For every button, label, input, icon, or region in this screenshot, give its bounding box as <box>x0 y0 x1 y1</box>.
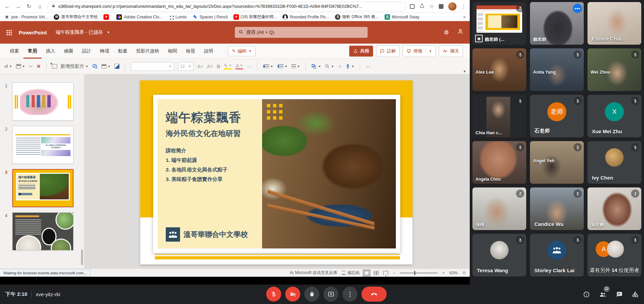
more-commands-button[interactable]: ⋯ <box>366 64 370 69</box>
bookmark-office365[interactable]: S微軟 Office 365 教... <box>335 14 379 20</box>
thumbnail-scrollbar[interactable] <box>81 249 83 265</box>
share-button[interactable]: 共用 <box>349 46 373 57</box>
participant-tile-screenshare[interactable]: ▣ 賴老師 (... <box>472 2 526 45</box>
format-painter-button[interactable]: ✑ <box>29 64 33 69</box>
participant-tile[interactable]: Angel Yeh <box>530 141 584 184</box>
bookmark-adobe[interactable]: Adobe Creative Clo... <box>116 14 162 20</box>
address-bar[interactable]: o365oid-my.sharepoint.com/:p:/r/personal… <box>47 2 406 11</box>
more-font-options-button[interactable]: ⋯ <box>247 64 252 69</box>
slideshow-view-button[interactable] <box>383 271 388 275</box>
shrink-font-button[interactable]: A˅ <box>207 64 213 69</box>
tab-transitions[interactable]: 轉場 <box>96 44 114 59</box>
thumbnail-image[interactable]: 端午粽葉飄香海外民俗文化在地研習 <box>12 169 74 207</box>
zoom-out-button[interactable]: − <box>393 271 395 275</box>
participant-tile[interactable]: Shirley Clark Lai <box>530 234 584 276</box>
feedback-link[interactable]: 向 Microsoft 提供意見反應 <box>290 270 337 276</box>
tab-review[interactable]: 檢閱 <box>164 44 182 59</box>
participant-tile[interactable]: Ivy Chen <box>587 141 641 184</box>
settings-gear-icon[interactable]: ⚙ <box>444 29 449 36</box>
tab-home[interactable]: 常用 <box>23 44 42 59</box>
app-launcher-icon[interactable] <box>6 30 12 35</box>
chat-panel-button[interactable] <box>616 291 623 298</box>
participant-tile[interactable]: Chia Han c... <box>472 95 526 137</box>
normal-view-button[interactable] <box>364 271 369 275</box>
numbering-button[interactable]: ▼ <box>277 64 288 68</box>
bookmark-pencil[interactable]: ✎Spaces | Pencil <box>192 14 228 20</box>
thumbnail-image[interactable] <box>12 212 74 250</box>
slide-thumbnail-4[interactable]: 4 <box>0 212 84 250</box>
ppt-app-name[interactable]: PowerPoint <box>19 30 47 35</box>
slide-thumbnail-1[interactable]: 1 <box>0 82 84 121</box>
comments-button[interactable]: 註解 <box>376 45 400 57</box>
tile-menu-icon[interactable]: ••• <box>573 4 582 13</box>
find-button[interactable]: ▼ <box>325 64 334 69</box>
current-slide[interactable]: 端午粽葉飄香 海外民俗文化在地研習 課程簡介 1. 端午節起源 2. 各地民俗文… <box>140 80 413 264</box>
slide-thumbnail-3-selected[interactable]: 3 端午粽葉飄香海外民俗文化在地研習 <box>0 169 84 207</box>
present-screen-button[interactable] <box>323 287 338 302</box>
zoom-in-button[interactable]: + <box>442 271 445 275</box>
tab-view[interactable]: 檢視 <box>182 44 200 59</box>
notes-button[interactable]: 備忘稿 <box>342 270 359 276</box>
tab-draw[interactable]: 繪圖 <box>60 44 78 59</box>
font-name-select[interactable]: ▼ <box>131 62 174 71</box>
tab-design[interactable]: 設計 <box>78 44 96 59</box>
participant-tile[interactable]: Wei Zhou <box>587 48 641 91</box>
font-color-button[interactable]: A▼ <box>236 63 243 70</box>
shapes-button[interactable]: ▼ <box>311 64 321 69</box>
tab-help[interactable]: 說明 <box>200 44 218 59</box>
back-icon[interactable]: ← <box>3 4 11 9</box>
browser-menu-icon[interactable]: ⋮ <box>461 3 466 10</box>
participant-tile[interactable]: 張欣婷 <box>587 187 641 230</box>
bookmarks-overflow-icon[interactable]: » <box>463 14 466 19</box>
account-icon[interactable] <box>457 28 464 36</box>
leave-call-button[interactable] <box>361 287 387 302</box>
tab-insert[interactable]: 插入 <box>42 44 60 59</box>
participant-tile[interactable]: Eunice Chia... <box>587 2 641 45</box>
bookmark-proxmox[interactable]: ✕pve - Proxmox Virt... <box>4 14 48 20</box>
font-size-select[interactable]: 12▼ <box>178 62 194 71</box>
new-slide-button[interactable]: 新增投影片▼ <box>52 63 88 70</box>
collapse-ribbon-icon[interactable]: ▼ <box>463 70 466 73</box>
home-icon[interactable]: ⌂ <box>36 4 44 9</box>
highlight-button[interactable]: ✎▼ <box>224 63 232 70</box>
zoom-slider[interactable] <box>400 273 437 273</box>
thumbnail-image[interactable] <box>12 82 74 121</box>
participant-tile[interactable]: Alex Lee <box>472 48 526 91</box>
layout-button[interactable]: ▼ <box>101 64 111 69</box>
participant-tile[interactable]: 张纬 <box>472 187 526 230</box>
slide-sorter-view-button[interactable] <box>374 271 379 275</box>
fit-to-window-icon[interactable]: ⟐ <box>463 271 466 275</box>
participant-tile[interactable]: Teresa Wang <box>472 234 526 276</box>
document-title[interactable]: 端午粽葉飄香 - 已儲存▼ <box>56 29 110 35</box>
bookmark-sway[interactable]: SMicrosoft Sway <box>385 14 419 20</box>
slide-thumbnail-2[interactable]: 2 ALL NEW & CONTINUING STUDENTS <box>0 126 84 164</box>
bold-button[interactable]: B <box>217 64 220 69</box>
participant-tile[interactable]: Candice Wu <box>530 187 584 230</box>
participant-tile[interactable]: ••• 賴老師 <box>530 2 584 45</box>
side-panel-icon[interactable] <box>439 4 444 9</box>
tab-file[interactable]: 檔案 <box>5 44 23 59</box>
participant-tile[interactable]: X Xue Mei Zhu <box>587 95 641 137</box>
share-page-icon[interactable] <box>419 3 425 10</box>
find-slide-button[interactable] <box>92 64 98 69</box>
zoom-slider-knob[interactable] <box>414 271 415 275</box>
meeting-details-button[interactable] <box>583 291 590 298</box>
camera-toggle-button[interactable] <box>285 287 300 302</box>
participants-button[interactable]: 32 <box>599 291 607 298</box>
bookmark-lumio[interactable]: Lumio <box>168 14 187 20</box>
tab-animations[interactable]: 動畫 <box>114 44 132 59</box>
translate-icon[interactable] <box>410 4 415 9</box>
search-input[interactable]: 搜尋 (Alt + Q) <box>235 27 368 38</box>
mic-toggle-button[interactable] <box>266 287 281 302</box>
tab-slideshow[interactable]: 投影片放映 <box>132 44 164 59</box>
participant-tile[interactable]: 老师 石老师 <box>530 95 584 137</box>
designer-button[interactable] <box>114 64 119 69</box>
bookmark-school[interactable]: W溫哥華聯合中文學校 <box>54 14 98 20</box>
editing-mode-button[interactable]: ✎編輯▼ <box>228 46 256 56</box>
grow-font-button[interactable]: A˄ <box>197 64 204 69</box>
bookmark-youtube[interactable] <box>103 14 111 20</box>
more-options-button[interactable]: ⋮ <box>342 287 357 302</box>
dictate-button[interactable]: ▼ <box>345 63 354 69</box>
bookmark-star-icon[interactable]: ☆ <box>430 3 434 10</box>
activities-button[interactable] <box>632 291 639 298</box>
